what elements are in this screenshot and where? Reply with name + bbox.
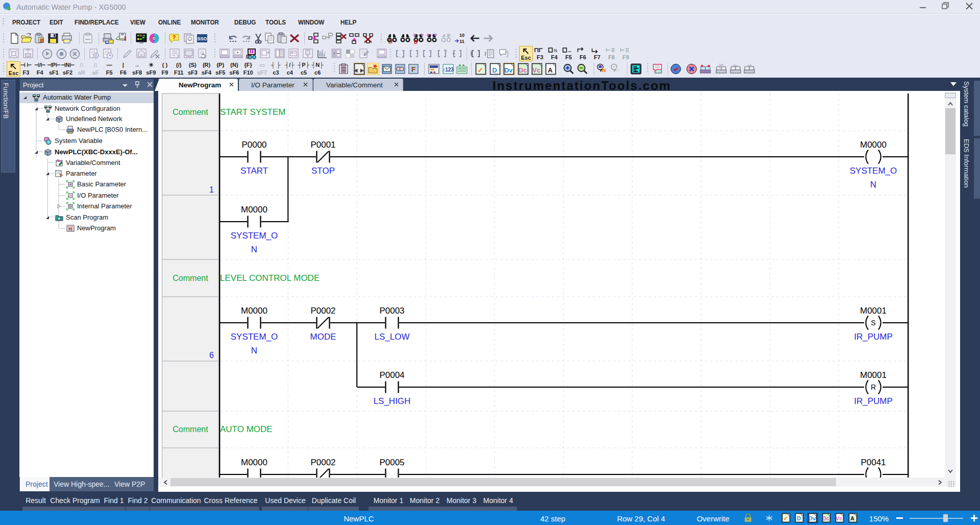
svg-text:P0002: P0002: [310, 458, 335, 467]
svg-text:Vc: Vc: [532, 66, 541, 74]
svg-text:IR_PUMP: IR_PUMP: [854, 396, 893, 406]
svg-text:✓: ✓: [783, 515, 788, 521]
svg-text:Vc: Vc: [836, 515, 842, 521]
svg-text:P0000: P0000: [241, 140, 266, 150]
svg-text:i: i: [95, 54, 96, 58]
svg-text:START: START: [240, 166, 268, 176]
svg-text:START SYSTEM: START SYSTEM: [220, 107, 285, 117]
svg-text:Dv: Dv: [808, 515, 816, 521]
svg-text:Dc: Dc: [519, 66, 527, 74]
svg-text:IR_PUMP: IR_PUMP: [854, 332, 893, 342]
svg-text:LS_HIGH: LS_HIGH: [374, 396, 411, 406]
svg-text:SYSTEM_O: SYSTEM_O: [231, 332, 278, 342]
svg-text:N: N: [251, 245, 257, 254]
svg-text:a→o: a→o: [427, 32, 437, 37]
svg-text:M0000: M0000: [241, 306, 267, 316]
svg-text:M0001: M0001: [860, 370, 887, 380]
svg-text:Comment: Comment: [173, 425, 208, 434]
svg-text:M0000: M0000: [241, 205, 267, 214]
svg-text:↕123: ↕123: [443, 67, 454, 73]
svg-text:D: D: [388, 38, 393, 44]
svg-text:✓: ✓: [478, 66, 483, 74]
svg-text:P0003: P0003: [379, 306, 404, 316]
svg-text:S: S: [871, 319, 875, 327]
svg-text:P0005: P0005: [379, 458, 404, 467]
svg-text:a→o: a→o: [413, 32, 424, 37]
svg-text:A: A: [548, 66, 553, 74]
svg-text:M0001: M0001: [860, 306, 887, 316]
svg-text:AUTO MODE: AUTO MODE: [220, 424, 273, 434]
svg-text:R: R: [871, 383, 876, 391]
svg-text:LS_LOW: LS_LOW: [375, 332, 410, 342]
svg-text:STOP: STOP: [311, 166, 335, 176]
svg-text:P0004: P0004: [379, 370, 404, 380]
svg-text:P0041: P0041: [861, 458, 886, 467]
svg-text:SYSTEM_O: SYSTEM_O: [850, 166, 897, 176]
svg-text:◄►: ◄►: [353, 66, 365, 74]
svg-text:Dv: Dv: [504, 66, 513, 74]
svg-text:6: 6: [209, 351, 214, 360]
svg-text:SSO: SSO: [197, 36, 207, 41]
svg-text:1: 1: [209, 185, 214, 194]
svg-text:Comment: Comment: [173, 108, 208, 116]
svg-text:F: F: [411, 65, 416, 74]
svg-text:N: N: [251, 346, 257, 355]
svg-text:D: D: [492, 66, 497, 74]
svg-text:Comment: Comment: [173, 274, 208, 282]
svg-text:P0001: P0001: [310, 140, 335, 150]
svg-text:11: 11: [459, 39, 464, 44]
svg-text:SYSTEM_O: SYSTEM_O: [231, 231, 278, 241]
svg-text:M0000: M0000: [860, 140, 887, 150]
svg-text:Dc: Dc: [822, 515, 829, 521]
svg-text:?: ?: [173, 34, 176, 40]
svg-text:P0002: P0002: [310, 306, 335, 316]
svg-text:D: D: [797, 515, 801, 521]
svg-text:M0000: M0000: [241, 458, 267, 467]
svg-text:A: A: [850, 515, 854, 521]
svg-text:N: N: [554, 48, 557, 53]
svg-text:LEVEL CONTROL MODE: LEVEL CONTROL MODE: [220, 273, 320, 283]
svg-text:MODE: MODE: [310, 332, 336, 342]
svg-text:N: N: [870, 180, 876, 189]
svg-text:10: 10: [459, 33, 464, 38]
svg-text:D: D: [414, 39, 418, 44]
